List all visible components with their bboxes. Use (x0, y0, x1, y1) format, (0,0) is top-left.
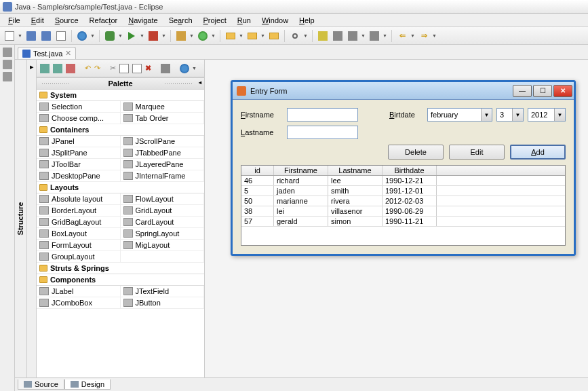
menu-source[interactable]: Source (50, 15, 84, 26)
firstname-input[interactable] (287, 108, 358, 122)
rail-icon-1[interactable] (3, 48, 12, 57)
menu-navigate[interactable]: Navigate (123, 15, 163, 26)
palette-item[interactable]: SpringLayout (121, 228, 205, 240)
palette-item[interactable]: GridLayout (121, 205, 205, 217)
pal-btn-cut[interactable]: ✂ (109, 62, 117, 75)
pal-btn-undo[interactable]: ↶ (84, 62, 92, 75)
palette-item[interactable]: JLabel (37, 286, 121, 297)
palette-item[interactable]: JLayeredPane (121, 159, 205, 170)
lastname-input[interactable] (287, 126, 358, 139)
palette-item[interactable]: FormLayout (37, 240, 121, 251)
pal-btn-3[interactable] (65, 62, 76, 75)
pal-btn-delete[interactable]: ✖ (144, 62, 152, 75)
new-pkg-button[interactable] (174, 29, 188, 43)
palette-item[interactable]: JPanel (37, 136, 121, 147)
save-button[interactable] (24, 29, 38, 43)
data-table[interactable]: id Firstname Lastname Birthdate 46richar… (241, 165, 566, 246)
source-tab[interactable]: Source (18, 379, 64, 390)
palette-category[interactable]: Struts & Springs (37, 263, 204, 274)
delete-button[interactable]: Delete (388, 145, 444, 160)
entry-form-titlebar[interactable]: Entry Form — ☐ ✕ (233, 82, 574, 100)
palette-item[interactable]: BorderLayout (37, 205, 121, 217)
menu-run[interactable]: Run (232, 15, 256, 26)
palette-item[interactable]: CardLayout (121, 217, 205, 228)
filter-button[interactable] (346, 29, 359, 43)
close-button[interactable]: ✕ (553, 85, 572, 97)
design-tab[interactable]: Design (64, 379, 111, 390)
menu-edit[interactable]: Edit (26, 15, 50, 26)
new-class-button[interactable] (196, 29, 210, 43)
menu-window[interactable]: Window (256, 15, 294, 26)
palette-item[interactable]: Choose comp... (37, 113, 121, 124)
menu-file[interactable]: File (3, 15, 26, 26)
pal-btn-1[interactable] (39, 62, 50, 75)
palette-item[interactable]: JTabbedPane (121, 147, 205, 159)
year-combo[interactable]: 2012▼ (528, 108, 566, 122)
palette-item[interactable]: JSplitPane (37, 147, 121, 159)
menu-search[interactable]: Search (163, 15, 198, 26)
table-row[interactable]: 46richardlee1990-12-21 (241, 176, 565, 186)
table-row[interactable]: 38leivillasenor1990-06-29 (241, 206, 565, 217)
editor-tab-testjava[interactable]: Test.java ✕ (18, 47, 76, 59)
palette-item[interactable]: MigLayout (121, 240, 205, 251)
palette-category[interactable]: Components (37, 274, 204, 286)
palette-item[interactable]: FlowLayout (121, 193, 205, 205)
palette-item[interactable]: BoxLayout (37, 228, 121, 240)
menu-refactor[interactable]: Refactor (84, 15, 123, 26)
pin-button[interactable] (331, 29, 345, 43)
palette-item[interactable]: JScrollPane (121, 136, 205, 147)
palette-item[interactable]: JToolBar (37, 159, 121, 170)
nav-back-button[interactable]: ⇐ (395, 29, 409, 43)
rail-icon-2[interactable] (3, 60, 12, 69)
palette-item[interactable]: GroupLayout (37, 251, 121, 263)
menu-project[interactable]: Project (198, 15, 232, 26)
col-firstname[interactable]: Firstname (274, 166, 328, 175)
pal-btn-2[interactable] (52, 62, 63, 75)
structure-tab[interactable]: Structure (15, 60, 27, 377)
palette-category[interactable]: System (37, 90, 204, 101)
palette-item[interactable]: JInternalFrame (121, 170, 205, 182)
open-task-button[interactable] (246, 29, 259, 43)
col-lastname[interactable]: Lastname (328, 166, 383, 175)
pal-btn-test[interactable] (160, 62, 171, 75)
print-button[interactable] (54, 29, 68, 43)
pal-btn-paste[interactable] (132, 62, 142, 75)
rail-icon-3[interactable] (3, 72, 12, 81)
palette-item[interactable]: GridBagLayout (37, 217, 121, 228)
palette-item[interactable]: Selection (37, 101, 121, 113)
palette-category[interactable]: Containers (37, 124, 204, 136)
palette-collapse-arrow[interactable]: ▸ (27, 60, 37, 377)
design-canvas[interactable]: Entry Form — ☐ ✕ Firstname Birtdate (205, 60, 588, 377)
palette-item[interactable]: JDesktopPane (37, 170, 121, 182)
palette-item[interactable]: JComboBox (37, 297, 121, 309)
edit-button[interactable]: Edit (449, 145, 505, 160)
open-type-button[interactable] (224, 29, 237, 43)
run-ext-button[interactable] (146, 29, 160, 43)
palette-item[interactable]: JTextField (121, 286, 205, 297)
annotate-button[interactable] (316, 29, 330, 43)
search-button[interactable] (288, 29, 302, 43)
pal-btn-globe[interactable] (179, 62, 190, 75)
palette-item[interactable]: JButton (121, 297, 205, 309)
day-combo[interactable]: 3▼ (496, 108, 524, 122)
palette-item[interactable]: Tab Order (121, 113, 205, 124)
new-button[interactable] (3, 29, 16, 43)
palette-category[interactable]: Layouts (37, 182, 204, 193)
minimize-button[interactable]: — (513, 85, 532, 97)
table-row[interactable]: 5jadensmith1991-12-01 (241, 186, 565, 196)
run-button[interactable] (125, 29, 138, 43)
pal-btn-copy[interactable] (119, 62, 130, 75)
maximize-button[interactable]: ☐ (533, 85, 552, 97)
open-resource-button[interactable] (267, 29, 281, 43)
col-birthdate[interactable]: Birthdate (383, 166, 437, 175)
menu-help[interactable]: Help (294, 15, 320, 26)
palette-item[interactable]: Marquee (121, 101, 205, 113)
table-row[interactable]: 50mariannerivera2012-02-03 (241, 196, 565, 206)
close-tab-icon[interactable]: ✕ (65, 49, 71, 58)
globe-button[interactable] (75, 29, 89, 43)
prev-button[interactable] (368, 29, 381, 43)
add-button[interactable]: Add (510, 145, 566, 160)
table-row[interactable]: 57geraldsimon1990-11-21 (241, 217, 565, 227)
debug-button[interactable] (103, 29, 117, 43)
col-id[interactable]: id (241, 166, 274, 175)
